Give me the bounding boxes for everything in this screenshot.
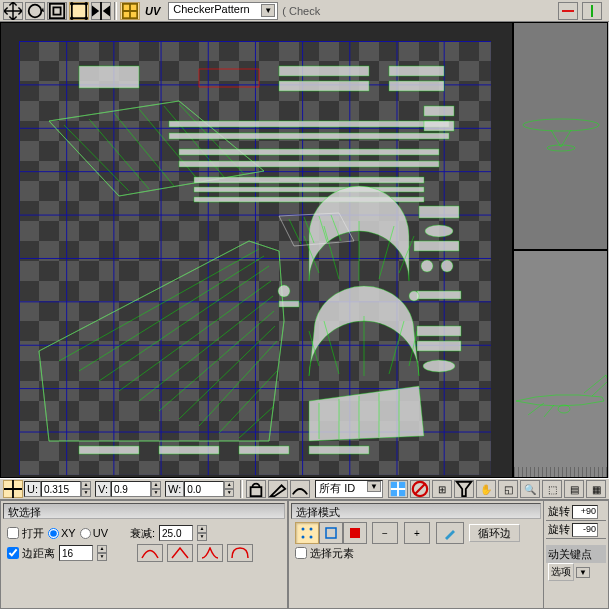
svg-point-34 xyxy=(409,291,419,301)
v-spinner[interactable]: ▲▼ xyxy=(151,481,161,497)
select-element-checkbox[interactable]: 选择元素 xyxy=(295,546,354,561)
w-coord-field: W: ▲▼ xyxy=(165,481,234,497)
u-spinner[interactable]: ▲▼ xyxy=(81,481,91,497)
rotate-label-2: 旋转 xyxy=(548,522,570,537)
edge-distance-spinner[interactable]: ▲▼ xyxy=(97,545,107,561)
svg-point-42 xyxy=(558,405,570,413)
zoom-icon[interactable]: 🔍 xyxy=(520,480,540,498)
zoom-extents-icon[interactable]: ◱ xyxy=(498,480,518,498)
svg-rect-51 xyxy=(350,528,360,538)
svg-rect-39 xyxy=(309,446,369,454)
uv-editor-viewport[interactable] xyxy=(0,22,513,478)
select-element-label: 选择元素 xyxy=(310,546,354,561)
svg-rect-32 xyxy=(417,341,461,351)
material-id-dropdown[interactable]: 所有 ID xyxy=(315,480,383,498)
top-viewport[interactable] xyxy=(513,22,608,250)
chevron-down-icon[interactable]: ▼ xyxy=(576,567,590,578)
paint-select-icon[interactable] xyxy=(436,522,464,544)
edge-distance-checkbox[interactable]: 边距离 xyxy=(7,546,55,561)
soft-open-checkbox[interactable]: 打开 xyxy=(7,526,44,541)
material-dropdown-value: CheckerPattern xyxy=(173,3,249,15)
axis-x-icon[interactable] xyxy=(558,2,578,20)
falloff-label: 衰减: xyxy=(130,526,155,541)
svg-point-0 xyxy=(29,4,42,17)
svg-rect-29 xyxy=(417,291,461,299)
show-edge-icon[interactable]: ▤ xyxy=(564,480,584,498)
auto-key-label[interactable]: 动关键点 xyxy=(548,547,592,562)
svg-rect-20 xyxy=(194,187,424,192)
svg-rect-36 xyxy=(79,446,139,454)
options-icon[interactable]: ▦ xyxy=(586,480,606,498)
uv-radio[interactable]: UV xyxy=(80,527,108,539)
material-dropdown[interactable]: CheckerPattern xyxy=(168,2,278,20)
pan-icon[interactable]: ✋ xyxy=(476,480,496,498)
svg-rect-16 xyxy=(169,133,449,139)
v-label: V: xyxy=(95,481,111,497)
grid-snap-icon[interactable]: ⊞ xyxy=(432,480,452,498)
timeline-ruler[interactable] xyxy=(514,467,607,477)
w-spinner[interactable]: ▲▼ xyxy=(224,481,234,497)
edge-mode-icon[interactable] xyxy=(319,522,343,544)
show-map-icon[interactable] xyxy=(388,480,408,498)
edge-distance-label: 边距离 xyxy=(22,546,55,561)
move-mode-icon[interactable] xyxy=(3,480,23,498)
mirror-tool-icon[interactable] xyxy=(91,2,111,20)
loop-edge-button[interactable]: 循环边 xyxy=(469,524,520,542)
separator xyxy=(114,2,117,20)
falloff-dome-icon[interactable] xyxy=(227,544,253,562)
svg-rect-31 xyxy=(417,326,461,336)
v-input[interactable] xyxy=(111,481,151,497)
filter-icon[interactable] xyxy=(454,480,474,498)
freeform-tool-icon[interactable] xyxy=(69,2,89,20)
edge-distance-input[interactable] xyxy=(59,545,93,561)
falloff-sharp-icon[interactable] xyxy=(197,544,223,562)
selection-mode-panel: 选择模式 − + 循环边 选择元素 xyxy=(288,500,544,609)
face-mode-icon[interactable] xyxy=(343,522,367,544)
svg-point-33 xyxy=(423,360,455,372)
u-input[interactable] xyxy=(41,481,81,497)
xy-radio[interactable]: XY xyxy=(48,527,76,539)
svg-rect-12 xyxy=(279,81,369,91)
svg-point-47 xyxy=(310,528,313,531)
bottom-viewport[interactable] xyxy=(513,250,608,478)
coordinate-bar: U: ▲▼ V: ▲▼ W: ▲▼ 所有 ID ⊞ ✋ ◱ 🔍 ⬚ ▤ ▦ xyxy=(0,478,609,500)
rotate-plus90[interactable]: +90 xyxy=(572,505,598,519)
svg-point-5 xyxy=(84,2,88,6)
subtract-selection-icon[interactable]: − xyxy=(372,522,398,544)
uv-label: UV xyxy=(145,5,160,17)
falloff-linear-icon[interactable] xyxy=(167,544,193,562)
u-coord-field: U: ▲▼ xyxy=(24,481,91,497)
falloff-input[interactable] xyxy=(159,525,193,541)
v-coord-field: V: ▲▼ xyxy=(95,481,161,497)
svg-point-25 xyxy=(425,225,453,237)
relax-tool-icon[interactable] xyxy=(290,480,310,498)
svg-point-48 xyxy=(302,536,305,539)
options-button[interactable]: 选项 xyxy=(548,563,574,581)
svg-rect-24 xyxy=(419,206,459,218)
lock-aspect-icon[interactable] xyxy=(246,480,266,498)
uv-space-icon[interactable] xyxy=(120,2,140,20)
rotate-tool-icon[interactable] xyxy=(25,2,45,20)
w-input[interactable] xyxy=(184,481,224,497)
subobject-buttons xyxy=(295,522,367,544)
vertex-mode-icon[interactable] xyxy=(295,522,319,544)
u-label: U: xyxy=(24,481,41,497)
falloff-smooth-icon[interactable] xyxy=(137,544,163,562)
rotate-minus90[interactable]: -90 xyxy=(572,523,598,537)
brush-tool-icon[interactable] xyxy=(268,480,288,498)
svg-rect-23 xyxy=(424,121,454,131)
svg-rect-37 xyxy=(159,446,219,454)
axis-y-icon[interactable] xyxy=(582,2,602,20)
soft-selection-title: 软选择 xyxy=(3,503,285,519)
rotate-label-1: 旋转 xyxy=(548,504,570,519)
zoom-region-icon[interactable]: ⬚ xyxy=(542,480,562,498)
svg-rect-15 xyxy=(169,121,449,127)
svg-point-30 xyxy=(278,285,290,297)
separator xyxy=(240,480,243,498)
move-tool-icon[interactable] xyxy=(3,2,23,20)
no-entry-icon[interactable] xyxy=(410,480,430,498)
add-selection-icon[interactable]: + xyxy=(404,522,430,544)
falloff-spinner[interactable]: ▲▼ xyxy=(197,525,207,541)
svg-rect-1 xyxy=(50,3,64,17)
scale-tool-icon[interactable] xyxy=(47,2,67,20)
